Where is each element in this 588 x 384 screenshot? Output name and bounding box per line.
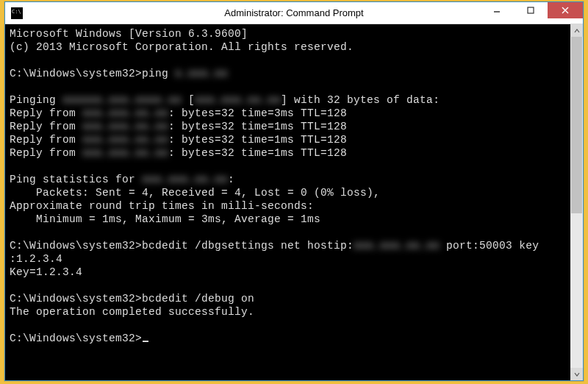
output-line: Reply from xxx.xxx.xx.xx: bytes=32 time=…	[10, 133, 566, 146]
redacted-text: x.xxx.xx	[175, 67, 228, 80]
output-line: Packets: Sent = 4, Received = 4, Lost = …	[10, 186, 566, 199]
close-button[interactable]	[548, 2, 583, 18]
output-line: Pinging xxxxxx.xxx.xxxx.xx [xxx.xxx.xx.x…	[10, 93, 566, 107]
redacted-text: xxx.xxx.xx.xx	[82, 120, 168, 133]
output-line: The operation completed successfully.	[10, 305, 566, 319]
output-line: Approximate round trip times in milli-se…	[10, 199, 566, 213]
redacted-text: xxx.xxx.xx.xx	[82, 146, 168, 160]
text: C:\Windows\system32>bcdedit /dbgsettings…	[10, 240, 354, 252]
maximize-button[interactable]	[514, 2, 548, 18]
output-line: Reply from xxx.xxx.xx.xx: bytes=32 time=…	[10, 146, 566, 160]
minimize-icon	[493, 7, 501, 14]
text: ] with 32 bytes of data:	[281, 94, 440, 106]
text: bytes=32 time=3ms TTL=128	[182, 107, 347, 119]
chevron-up-icon	[574, 28, 580, 34]
output-line	[10, 54, 566, 67]
scroll-up-button[interactable]	[570, 24, 583, 37]
output-line: C:\Windows\system32>bcdedit /debug on	[10, 292, 566, 305]
scroll-track[interactable]	[570, 37, 583, 368]
output-line: Reply from xxx.xxx.xx.xx: bytes=32 time=…	[10, 107, 566, 120]
output-line	[10, 319, 566, 332]
redacted-text: xxx.xxx.xx.xx	[354, 239, 440, 252]
output-line: (c) 2013 Microsoft Corporation. All righ…	[10, 40, 566, 54]
output-line	[10, 279, 566, 292]
text: Reply from	[10, 134, 82, 146]
output-line	[10, 160, 566, 173]
cursor	[143, 341, 148, 342]
prompt-line: C:\Windows\system32>	[10, 332, 566, 345]
output-line: Microsoft Windows [Version 6.3.9600]	[10, 27, 566, 40]
output-line: Minimum = 1ms, Maximum = 3ms, Average = …	[10, 213, 566, 226]
text: Ping statistics for	[10, 174, 142, 185]
output-line	[10, 226, 566, 239]
text: Pinging	[10, 94, 62, 106]
text: :	[168, 147, 182, 159]
maximize-icon	[527, 7, 534, 14]
text: Reply from	[10, 121, 82, 132]
prompt-text: C:\Windows\system32>	[10, 333, 142, 344]
output-line: Reply from xxx.xxx.xx.xx: bytes=32 time=…	[10, 120, 566, 133]
minimize-button[interactable]	[480, 2, 514, 18]
output-line: Key=1.2.3.4	[10, 266, 566, 279]
text: bytes=32 time=1ms TTL=128	[182, 134, 347, 146]
text: [	[182, 94, 195, 106]
text: :	[168, 134, 182, 146]
redacted-text: xxx.xxx.xx.xx	[82, 133, 168, 146]
cmd-icon	[11, 7, 23, 19]
output-line: Ping statistics for xxx.xxx.xx.xx:	[10, 173, 566, 186]
text: Reply from	[10, 107, 82, 119]
redacted-text: xxx.xxx.xx.xx	[195, 93, 281, 107]
redacted-text: xxx.xxx.xx.xx	[82, 107, 168, 120]
vertical-scrollbar[interactable]	[570, 24, 583, 380]
command-prompt-window: Administrator: Command Prompt Microsoft …	[4, 1, 584, 381]
scroll-down-button[interactable]	[570, 368, 583, 380]
chevron-down-icon	[574, 371, 580, 377]
text: port:50003 key	[440, 240, 539, 252]
text: bytes=32 time=1ms TTL=128	[182, 147, 347, 159]
text: :	[168, 121, 182, 132]
window-controls	[480, 2, 583, 24]
redacted-text: xxx.xxx.xx.xx	[142, 173, 228, 186]
text: :	[168, 107, 182, 119]
text: Reply from	[10, 147, 82, 159]
titlebar[interactable]: Administrator: Command Prompt	[5, 2, 583, 24]
redacted-text: xxxxxx.xxx.xxxx.xx	[62, 93, 182, 107]
output-line	[10, 80, 566, 93]
scroll-thumb[interactable]	[571, 37, 582, 213]
output-line: C:\Windows\system32>ping x.xxx.xx	[10, 67, 566, 80]
output-line: :1.2.3.4	[10, 252, 566, 266]
client-area: Microsoft Windows [Version 6.3.9600](c) …	[5, 24, 583, 380]
console-output[interactable]: Microsoft Windows [Version 6.3.9600](c) …	[5, 24, 570, 380]
close-icon	[562, 7, 569, 14]
svg-rect-1	[528, 7, 534, 13]
text: :	[228, 174, 234, 185]
text: bytes=32 time=1ms TTL=128	[182, 121, 347, 132]
text: C:\Windows\system32>ping	[10, 68, 175, 79]
output-line: C:\Windows\system32>bcdedit /dbgsettings…	[10, 239, 566, 252]
